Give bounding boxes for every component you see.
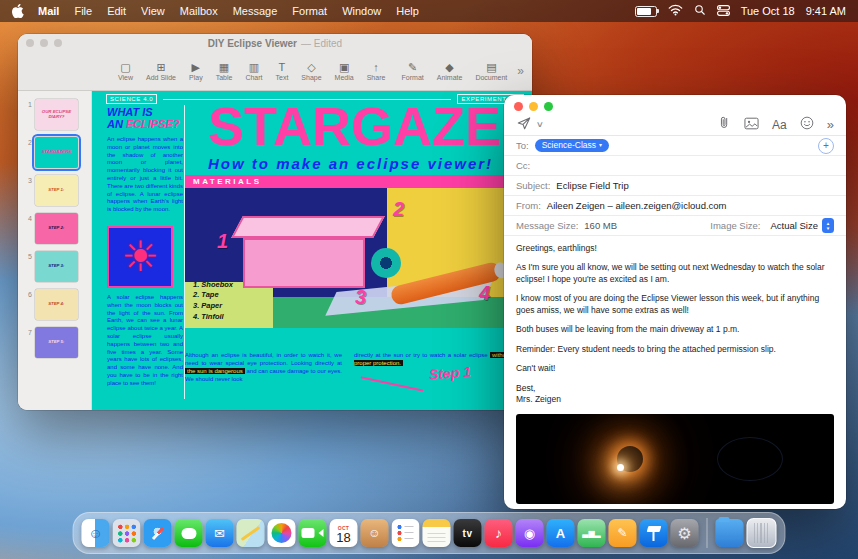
slide-thumbnail-3[interactable]: 3 STEP 1: bbox=[22, 175, 86, 206]
cc-field[interactable]: Cc: bbox=[504, 156, 846, 176]
send-options-chevron-icon[interactable]: ∨ bbox=[536, 120, 544, 129]
dock-icon-tv[interactable]: tv bbox=[454, 519, 482, 547]
menu-item-app-name[interactable]: Mail bbox=[38, 5, 59, 17]
toolbar-button-table[interactable]: ▦ Table bbox=[216, 62, 233, 81]
toolbar-button-format[interactable]: ✎ Format bbox=[402, 62, 424, 81]
safety-paragraph-left: Although an eclipse is beautiful, in ord… bbox=[185, 351, 342, 383]
subject-field[interactable]: Subject: Eclipse Field Trip bbox=[504, 176, 846, 196]
body-paragraph: Mrs. Zeigen bbox=[516, 394, 834, 405]
control-center-icon[interactable] bbox=[717, 5, 730, 18]
mail-title-bar[interactable]: ∨ Aa » bbox=[504, 95, 846, 136]
apple-menu-icon[interactable] bbox=[12, 4, 24, 18]
dock-icon-podcasts[interactable]: ◉ bbox=[516, 519, 544, 547]
menu-item-edit[interactable]: Edit bbox=[107, 5, 126, 17]
dock-icon-downloads[interactable] bbox=[716, 519, 744, 547]
slide-thumbnail-1[interactable]: 1 OUR ECLIPSE DIARY? bbox=[22, 99, 86, 130]
to-field[interactable]: To: Science-Class▾ + bbox=[504, 136, 846, 156]
body-paragraph: Greetings, earthlings! bbox=[516, 243, 834, 254]
minimize-button[interactable] bbox=[529, 102, 538, 111]
attach-file-button[interactable] bbox=[718, 115, 731, 134]
toolbar-icon: ✎ bbox=[408, 62, 417, 73]
dock-icon-keynote[interactable] bbox=[640, 519, 668, 547]
battery-icon[interactable] bbox=[635, 6, 657, 17]
dock-icon-maps[interactable] bbox=[237, 519, 265, 547]
close-button[interactable] bbox=[514, 102, 523, 111]
menu-item-mailbox[interactable]: Mailbox bbox=[180, 5, 218, 17]
send-button[interactable] bbox=[516, 116, 532, 134]
menu-item-file[interactable]: File bbox=[74, 5, 92, 17]
menu-item-help[interactable]: Help bbox=[396, 5, 419, 17]
menu-bar-date[interactable]: Tue Oct 18 bbox=[741, 5, 795, 17]
insert-photo-button[interactable] bbox=[744, 116, 759, 134]
to-label: To: bbox=[516, 140, 529, 151]
dock-icon-pages[interactable]: ✎ bbox=[609, 519, 637, 547]
message-body-editor[interactable]: Greetings, earthlings!As I'm sure you al… bbox=[504, 236, 846, 504]
dock-separator bbox=[707, 518, 708, 548]
toolbar-button-view[interactable]: ▢ View bbox=[118, 62, 133, 81]
slide-thumbnail-4[interactable]: 4 STEP 2: bbox=[22, 213, 86, 244]
dock-icon-finder[interactable]: ☺ bbox=[82, 519, 110, 547]
toolbar-overflow-chevron-icon[interactable]: » bbox=[827, 117, 834, 132]
from-field[interactable]: From: Aileen Zeigen – aileen.zeigen@iclo… bbox=[504, 196, 846, 216]
wifi-icon[interactable] bbox=[668, 4, 683, 18]
dock-icon-numbers[interactable]: ▃▆▂ bbox=[578, 519, 606, 547]
eclipse-photo-attachment[interactable] bbox=[516, 414, 834, 504]
toolbar-button-play[interactable]: ▶ Play bbox=[189, 62, 203, 81]
recipient-token[interactable]: Science-Class▾ bbox=[535, 139, 609, 151]
dock-icon-messages[interactable] bbox=[175, 519, 203, 547]
dock-icon-safari[interactable] bbox=[144, 519, 172, 547]
spotlight-search-icon[interactable] bbox=[694, 4, 706, 18]
dock-icon-trash[interactable] bbox=[747, 518, 777, 548]
dock-icon-settings[interactable]: ⚙ bbox=[671, 519, 699, 547]
keynote-title-bar[interactable]: DIY Eclipse Viewer— Edited bbox=[18, 34, 532, 52]
dock-icon-facetime[interactable] bbox=[299, 519, 327, 547]
toolbar-icon: ↑ bbox=[373, 62, 379, 73]
menu-item-view[interactable]: View bbox=[141, 5, 165, 17]
slide-thumbnail-7[interactable]: 7 STEP 5: bbox=[22, 327, 86, 358]
body-paragraph: I know most of you are doing the Eclipse… bbox=[516, 293, 834, 316]
dock-icon-reminders[interactable] bbox=[392, 519, 420, 547]
minimize-button[interactable] bbox=[40, 39, 48, 47]
toolbar-overflow-chevron-icon[interactable]: » bbox=[517, 64, 524, 78]
materials-number: 4 bbox=[479, 282, 490, 305]
toolbar-button-share[interactable]: ↑ Share bbox=[367, 62, 386, 81]
slide-canvas[interactable]: SCIENCE 4.0 EXPERIMENT #11 WHAT IS AN EC… bbox=[92, 91, 532, 410]
toolbar-button-media[interactable]: ▣ Media bbox=[335, 62, 354, 81]
add-recipient-button[interactable]: + bbox=[818, 138, 834, 154]
dock-icon-music[interactable]: ♪ bbox=[485, 519, 513, 547]
toolbar-icon: T bbox=[279, 62, 286, 73]
toolbar-button-add-slide[interactable]: ⊞ Add Slide bbox=[146, 62, 176, 81]
slide-thumbnail-2[interactable]: 2 STARGAZERS bbox=[22, 137, 86, 168]
emoji-button[interactable] bbox=[800, 116, 814, 134]
toolbar-button-chart[interactable]: ▥ Chart bbox=[245, 62, 262, 81]
window-title: DIY Eclipse Viewer— Edited bbox=[208, 38, 342, 49]
toolbar-button-animate[interactable]: ◆ Animate bbox=[437, 62, 463, 81]
menu-item-message[interactable]: Message bbox=[233, 5, 278, 17]
subject-label: Subject: bbox=[516, 180, 550, 191]
format-text-button[interactable]: Aa bbox=[772, 118, 787, 132]
menu-item-format[interactable]: Format bbox=[292, 5, 327, 17]
zoom-button[interactable] bbox=[544, 102, 553, 111]
edited-label: — Edited bbox=[301, 38, 342, 49]
menu-bar-time[interactable]: 9:41 AM bbox=[806, 5, 846, 17]
dock-icon-photos[interactable] bbox=[268, 519, 296, 547]
dock-icon-launchpad[interactable] bbox=[113, 519, 141, 547]
close-button[interactable] bbox=[26, 39, 34, 47]
dock-icon-contacts[interactable]: ☺ bbox=[361, 519, 389, 547]
slide-thumbnail-6[interactable]: 6 STEP 4: bbox=[22, 289, 86, 320]
dock: ☺ ✉ bbox=[73, 512, 786, 554]
dock-icon-mail[interactable]: ✉ bbox=[206, 519, 234, 547]
dock-icon-calendar[interactable]: OCT 18 bbox=[330, 519, 358, 547]
image-size-popup-button[interactable]: ▲ ▼ bbox=[822, 218, 834, 233]
toolbar-icon: ⊞ bbox=[156, 62, 165, 73]
body-paragraph: Best, bbox=[516, 383, 834, 394]
toolbar-button-document[interactable]: ▤ Document bbox=[475, 62, 507, 81]
zoom-button[interactable] bbox=[54, 39, 62, 47]
lens-flare bbox=[717, 437, 783, 481]
toolbar-button-text[interactable]: T Text bbox=[276, 62, 289, 81]
dock-icon-appstore[interactable]: A bbox=[547, 519, 575, 547]
menu-item-window[interactable]: Window bbox=[342, 5, 381, 17]
slide-thumbnail-5[interactable]: 5 STEP 3: bbox=[22, 251, 86, 282]
dock-icon-notes[interactable] bbox=[423, 519, 451, 547]
toolbar-button-shape[interactable]: ◇ Shape bbox=[301, 62, 321, 81]
